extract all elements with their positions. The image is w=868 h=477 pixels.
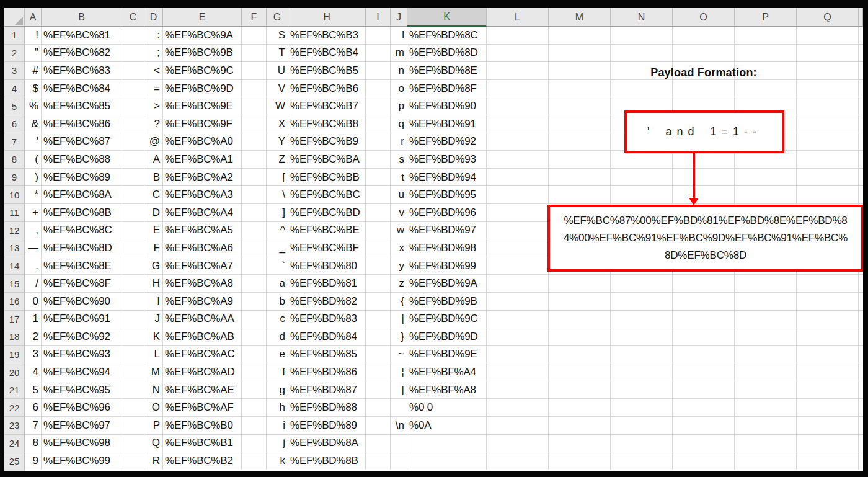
row-header-10[interactable]: 10 bbox=[4, 186, 25, 204]
cell-I23[interactable] bbox=[366, 417, 391, 435]
cell-C8[interactable] bbox=[122, 151, 144, 169]
cell-B10[interactable]: %EF%BC%8A bbox=[42, 186, 122, 204]
cell-I18[interactable] bbox=[366, 328, 391, 346]
cell-Q21[interactable] bbox=[797, 381, 859, 399]
cell-F9[interactable] bbox=[242, 169, 267, 187]
cell-B9[interactable]: %EF%BC%89 bbox=[42, 169, 122, 187]
cell-N23[interactable] bbox=[611, 417, 673, 435]
cell-I20[interactable] bbox=[366, 363, 391, 381]
cell-M21[interactable] bbox=[549, 381, 611, 399]
cell-O21[interactable] bbox=[673, 381, 735, 399]
cell-C6[interactable] bbox=[122, 115, 144, 133]
cell-D18[interactable]: K bbox=[144, 328, 163, 346]
cell-E24[interactable]: %EF%BC%B1 bbox=[163, 435, 242, 453]
cell-P10[interactable] bbox=[735, 186, 797, 204]
cell-Q7[interactable] bbox=[797, 133, 859, 151]
cell-K15[interactable]: %EF%BD%9A bbox=[407, 275, 487, 293]
cell-M23[interactable] bbox=[549, 417, 611, 435]
cell-H25[interactable]: %EF%BD%8B bbox=[288, 452, 366, 470]
cell-D23[interactable]: P bbox=[144, 417, 163, 435]
cell-B21[interactable]: %EF%BC%95 bbox=[42, 381, 122, 399]
cell-F24[interactable] bbox=[242, 435, 267, 453]
cell-C16[interactable] bbox=[122, 293, 144, 311]
cell-I8[interactable] bbox=[366, 151, 391, 169]
cell-I16[interactable] bbox=[366, 293, 391, 311]
cell-M10[interactable] bbox=[549, 186, 611, 204]
cell-M2[interactable] bbox=[549, 45, 611, 63]
cell-Q18[interactable] bbox=[797, 328, 859, 346]
cell-L1[interactable] bbox=[487, 27, 549, 45]
cell-G21[interactable]: g bbox=[267, 381, 288, 399]
cell-Q10[interactable] bbox=[797, 186, 859, 204]
cell-P21[interactable] bbox=[735, 381, 797, 399]
cell-J6[interactable]: q bbox=[391, 115, 407, 133]
cell-D9[interactable]: B bbox=[144, 169, 163, 187]
cell-N15[interactable] bbox=[611, 275, 673, 293]
cell-J9[interactable]: t bbox=[391, 169, 407, 187]
cell-H2[interactable]: %EF%BC%B4 bbox=[288, 45, 366, 63]
cell-Q19[interactable] bbox=[797, 346, 859, 364]
cell-C14[interactable] bbox=[122, 257, 144, 275]
row-header-24[interactable]: 24 bbox=[4, 435, 25, 453]
column-header-P[interactable]: P bbox=[735, 8, 797, 27]
cell-N22[interactable] bbox=[611, 399, 673, 417]
cell-Q1[interactable] bbox=[797, 27, 859, 45]
cell-D12[interactable]: E bbox=[144, 222, 163, 240]
cell-P19[interactable] bbox=[735, 346, 797, 364]
row-header-7[interactable]: 7 bbox=[4, 133, 25, 151]
row-header-20[interactable]: 20 bbox=[4, 363, 25, 381]
cell-F10[interactable] bbox=[242, 186, 267, 204]
cell-K14[interactable]: %EF%BD%99 bbox=[407, 257, 487, 275]
column-header-E[interactable]: E bbox=[163, 8, 242, 27]
cell-H6[interactable]: %EF%BC%B8 bbox=[288, 115, 366, 133]
cell-M24[interactable] bbox=[549, 435, 611, 453]
cell-L22[interactable] bbox=[487, 399, 549, 417]
cell-E3[interactable]: %EF%BC%9C bbox=[163, 62, 242, 80]
cell-G20[interactable]: f bbox=[267, 363, 288, 381]
cell-K17[interactable]: %EF%BD%9C bbox=[407, 311, 487, 329]
cell-A12[interactable]: , bbox=[25, 222, 42, 240]
cell-Q2[interactable] bbox=[797, 45, 859, 63]
cell-E4[interactable]: %EF%BC%9D bbox=[163, 80, 242, 98]
row-header-25[interactable]: 25 bbox=[4, 452, 25, 470]
cell-M22[interactable] bbox=[549, 399, 611, 417]
cell-M8[interactable] bbox=[549, 151, 611, 169]
cell-F6[interactable] bbox=[242, 115, 267, 133]
cell-K18[interactable]: %EF%BD%9D bbox=[407, 328, 487, 346]
cell-L19[interactable] bbox=[487, 346, 549, 364]
cell-O9[interactable] bbox=[673, 169, 735, 187]
cell-J14[interactable]: y bbox=[391, 257, 407, 275]
cell-C15[interactable] bbox=[122, 275, 144, 293]
cell-B1[interactable]: %EF%BC%81 bbox=[42, 27, 122, 45]
cell-E15[interactable]: %EF%BC%A8 bbox=[163, 275, 242, 293]
cell-H11[interactable]: %EF%BC%BD bbox=[288, 204, 366, 222]
cell-O20[interactable] bbox=[673, 363, 735, 381]
cell-B8[interactable]: %EF%BC%88 bbox=[42, 151, 122, 169]
cell-D22[interactable]: O bbox=[144, 399, 163, 417]
cell-Q4[interactable] bbox=[797, 80, 859, 98]
cell-A20[interactable]: 4 bbox=[25, 363, 42, 381]
cell-C11[interactable] bbox=[122, 204, 144, 222]
row-header-5[interactable]: 5 bbox=[4, 97, 25, 115]
cell-H12[interactable]: %EF%BC%BE bbox=[288, 222, 366, 240]
cell-L7[interactable] bbox=[487, 133, 549, 151]
cell-E8[interactable]: %EF%BC%A1 bbox=[163, 151, 242, 169]
cell-D10[interactable]: C bbox=[144, 186, 163, 204]
cell-L17[interactable] bbox=[487, 311, 549, 329]
cell-N19[interactable] bbox=[611, 346, 673, 364]
cell-M7[interactable] bbox=[549, 133, 611, 151]
cell-B3[interactable]: %EF%BC%83 bbox=[42, 62, 122, 80]
cell-I6[interactable] bbox=[366, 115, 391, 133]
cell-F23[interactable] bbox=[242, 417, 267, 435]
cell-D14[interactable]: G bbox=[144, 257, 163, 275]
cell-E19[interactable]: %EF%BC%AC bbox=[163, 346, 242, 364]
column-header-K[interactable]: K bbox=[407, 8, 487, 27]
cell-N8[interactable] bbox=[611, 151, 673, 169]
cell-L12[interactable] bbox=[487, 222, 549, 240]
cell-I7[interactable] bbox=[366, 133, 391, 151]
cell-K9[interactable]: %EF%BD%94 bbox=[407, 169, 487, 187]
cell-D13[interactable]: F bbox=[144, 239, 163, 257]
row-header-22[interactable]: 22 bbox=[4, 399, 25, 417]
cell-J22[interactable] bbox=[391, 399, 407, 417]
cell-K25[interactable] bbox=[407, 452, 487, 470]
